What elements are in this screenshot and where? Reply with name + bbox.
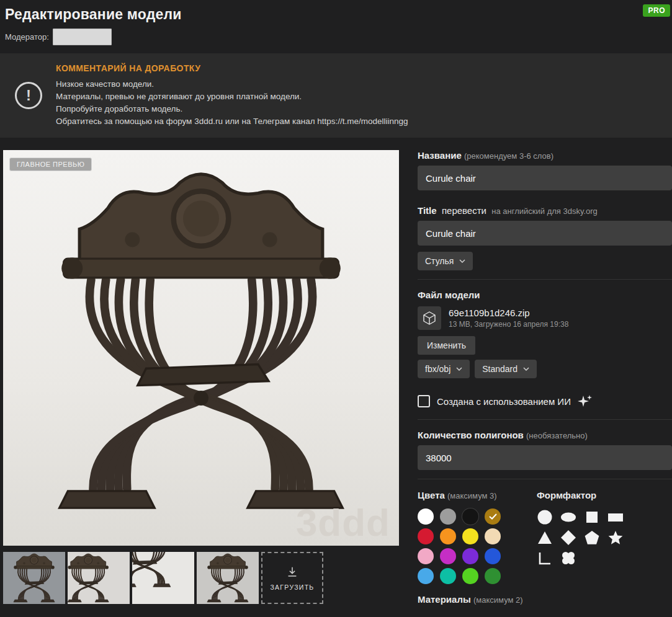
materials-label: Материалы (максимум 2) [418,594,672,605]
name-label: Название (рекомендуем 3-6 слов) [418,150,672,161]
warning-line: Попробуйте доработать модель. [56,103,408,115]
file-name: 69e1109b1d246.zip [449,308,568,318]
section-divider [418,279,672,280]
shape-star-icon[interactable] [607,530,624,546]
check-icon [485,508,501,525]
color-swatch-ochre-selected[interactable] [485,508,501,525]
chevron-down-icon [456,367,462,371]
chevron-down-icon [459,259,465,263]
color-swatch-gray[interactable] [440,508,456,525]
color-swatch-grid [418,508,533,584]
moderator-input[interactable] [53,29,112,45]
thumbnail-3[interactable] [132,552,194,604]
colors-label: Цвета (максимум 3) [418,489,517,502]
title-hint: на английский для 3dsky.org [491,206,598,216]
shape-clover-icon[interactable] [560,550,576,566]
model-file-row: 69e1109b1d246.zip 13 МВ, Загружено 16 ап… [418,306,672,330]
file-section-title: Файл модели [418,290,672,300]
warning-text-block: КОММЕНТАРИЙ НА ДОРАБОТКУ Низкое качество… [56,63,408,128]
form-column: Название (рекомендуем 3-6 слов) Title пе… [418,150,672,605]
color-swatch-black[interactable] [462,508,478,525]
title-input[interactable] [418,221,672,246]
ai-checkbox-label: Создана с использованием ИИ [437,396,571,407]
color-swatch-beige[interactable] [485,528,501,544]
upload-icon [285,566,299,579]
change-file-button[interactable]: Изменить [418,336,475,355]
warning-line: Материалы, превью не дотягивают до уровн… [56,91,408,103]
formfactor-grid [537,509,626,566]
page-title: Редактирование модели [5,6,667,23]
polygons-input[interactable] [418,445,672,470]
warning-line: Низкое качество модели. [56,78,408,91]
shape-circle-icon[interactable] [537,509,553,525]
file-info: 69e1109b1d246.zip 13 МВ, Загружено 16 ап… [449,308,568,329]
name-hint: (рекомендуем 3-6 слов) [464,151,553,161]
thumbnail-2[interactable] [68,552,130,604]
color-swatch-magenta[interactable] [440,548,456,564]
formfactor-label: Формфактор [537,489,626,502]
main-preview-image: ГЛАВНОЕ ПРЕВЬЮ 3ddd [3,150,399,546]
shape-square-icon[interactable] [584,509,600,525]
colors-hint: (максимум 3) [447,491,497,500]
color-swatch-yellow[interactable] [462,528,478,544]
thumbnail-strip: ЗАГРУЗИТЬ [3,552,399,604]
color-swatch-white[interactable] [418,508,434,525]
name-input[interactable] [418,166,672,190]
shape-rectangle-icon[interactable] [607,509,624,525]
chevron-down-icon [523,367,529,371]
file-meta: 13 МВ, Загружено 16 апреля 19:38 [449,320,568,329]
exclamation-icon: ! [15,82,42,109]
chair-render-image [32,161,370,521]
format-dropdown[interactable]: fbx/obj [418,360,470,378]
color-swatch-blue[interactable] [485,548,501,564]
warning-line: Обратитесь за помощью на форум 3ddd.ru и… [56,115,408,128]
edit-model-page: Редактирование модели PRO Модератор: ! К… [0,0,672,617]
ai-checkbox[interactable] [418,395,430,407]
polygons-hint: (необязательно) [526,431,588,440]
warning-heading: КОММЕНТАРИЙ НА ДОРАБОТКУ [56,63,408,73]
main-preview-badge: ГЛАВНОЕ ПРЕВЬЮ [9,158,92,171]
upload-preview-button[interactable]: ЗАГРУЗИТЬ [261,552,323,604]
pro-badge: PRO [643,4,670,17]
color-swatch-green[interactable] [462,568,478,584]
category-dropdown[interactable]: Стулья [418,252,473,270]
color-swatch-pink[interactable] [418,548,434,564]
shape-pentagon-icon[interactable] [584,530,600,546]
upload-label: ЗАГРУЗИТЬ [270,584,314,591]
cube-file-icon [418,306,441,330]
moderator-row: Модератор: [5,29,667,45]
shape-triangle-icon[interactable] [537,530,553,546]
sparkles-icon [578,394,593,408]
formfactor-block: Формфактор [537,489,626,584]
color-swatch-red[interactable] [418,528,434,544]
watermark: 3ddd [296,500,390,546]
color-swatch-orange[interactable] [440,528,456,544]
color-swatch-teal[interactable] [440,568,456,584]
colors-block: Цвета (максимум 3) [418,489,533,584]
color-swatch-light-blue[interactable] [418,568,434,584]
title-label: Title перевести на английский для 3dsky.… [418,205,672,216]
ai-checkbox-row: Создана с использованием ИИ [418,394,672,408]
color-swatch-dark-green[interactable] [485,568,501,584]
materials-hint: (максимум 2) [473,595,523,605]
translate-link[interactable]: перевести [442,205,486,216]
renderer-dropdown[interactable]: Standard [475,360,537,378]
color-swatch-violet[interactable] [462,548,478,564]
section-divider [418,419,672,420]
page-header: Редактирование модели PRO Модератор: [0,0,672,45]
thumbnail-1[interactable] [3,552,65,604]
shape-diamond-icon[interactable] [560,530,576,546]
section-divider [418,479,672,479]
polygons-label: Количество полигонов (необязательно) [418,430,672,440]
moderator-label: Модератор: [5,32,49,42]
moderation-warning-panel: ! КОММЕНТАРИЙ НА ДОРАБОТКУ Низкое качест… [0,53,672,138]
thumbnail-4[interactable] [197,552,259,604]
shape-l-icon[interactable] [537,550,553,566]
preview-column: ГЛАВНОЕ ПРЕВЬЮ 3ddd [3,150,399,605]
shape-ellipse-icon[interactable] [560,509,576,525]
